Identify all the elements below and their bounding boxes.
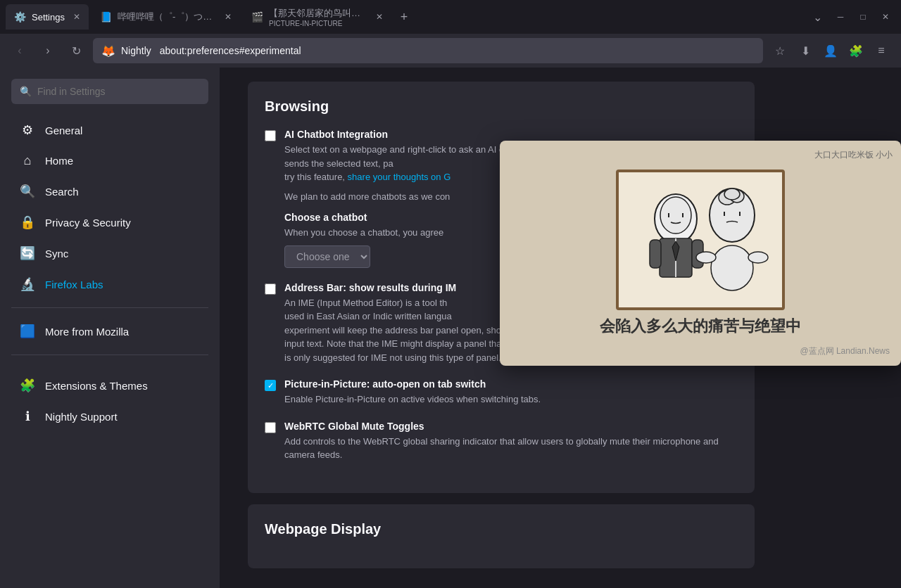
share-thoughts-link[interactable]: share your thoughts on G [348,172,451,182]
sidebar-item-extensions[interactable]: 🧩 Extensions & Themes [6,371,214,400]
pip-row: ✓ Picture-in-Picture: auto-open on tab s… [265,378,738,407]
cartoon-svg [623,177,778,303]
pip-watermark: 大口大口吃米饭 小小 [814,149,893,161]
account-button[interactable]: 👤 [819,39,842,62]
browser-name-label: Nightly [121,45,151,56]
pip-desc: Enable Picture-in-Picture on active vide… [284,392,541,407]
sidebar-item-privacy[interactable]: 🔒 Privacy & Security [6,207,214,237]
forward-button[interactable]: › [37,39,59,62]
search-nav-icon: 🔍 [20,184,35,199]
back-button[interactable]: ‹ [8,39,31,62]
sidebar-bottom: 🧩 Extensions & Themes ℹ Nightly Support [0,364,220,431]
sidebar-item-home-label: Home [45,155,73,167]
tab-bar: ⚙️ Settings ✕ 📘 哔哩哔哩（゜-゜）つロ干杯~-b ✕ 🎬 【那天… [0,0,901,34]
pocket-button[interactable]: ⬇ [794,39,817,62]
sidebar-item-general-label: General [45,124,82,136]
pip-tab-sublabel: PICTURE-IN-PICTURE [269,20,367,27]
pip-tab-label: 【那天邻居家的鸟叫声好吵...】 [269,7,367,20]
menu-button[interactable]: ≡ [870,39,893,62]
sidebar-item-general[interactable]: ⚙ General [6,115,214,145]
sidebar-divider-1 [11,307,208,308]
sidebar-divider-2 [11,354,208,355]
maximize-button[interactable]: □ [853,7,873,27]
labs-icon: 🔬 [20,276,35,292]
nav-actions: ☆ ⬇ 👤 🧩 ≡ [769,39,893,62]
sidebar-nav-bottom: 🧩 Extensions & Themes ℹ Nightly Support [0,371,220,431]
sidebar-item-home[interactable]: ⌂ Home [6,146,214,175]
sidebar-item-support[interactable]: ℹ Nightly Support [6,402,214,431]
pip-overlay: 大口大口吃米饭 小小 [500,141,901,366]
pip-cartoon [616,170,785,310]
sidebar: 🔍 ⚙ General ⌂ Home 🔍 Search 🔒 Privacy & … [0,68,220,588]
minimize-button[interactable]: ─ [831,7,850,27]
sidebar-item-search-label: Search [45,186,79,198]
bilibili-tab-label: 哔哩哔哩（゜-゜）つロ干杯~-b [118,11,216,23]
webrtc-content: WebRTC Global Mute Toggles Add controls … [284,421,738,462]
svg-rect-7 [650,240,661,268]
chatbot-select[interactable]: Choose one [284,245,370,268]
reload-button[interactable]: ↻ [65,39,87,62]
find-input-wrap: 🔍 [11,79,208,104]
bilibili-tab-icon: 📘 [100,11,112,23]
pip-setting: ✓ Picture-in-Picture: auto-open on tab s… [265,378,738,407]
support-icon: ℹ [20,409,35,424]
extensions-button[interactable]: 🧩 [845,39,867,62]
tab-settings[interactable]: ⚙️ Settings ✕ [6,4,89,30]
webpage-display-section: Webpage Display [248,504,755,568]
close-button[interactable]: ✕ [876,7,895,27]
settings-tab-label: Settings [32,12,65,23]
webrtc-label: WebRTC Global Mute Toggles [284,421,738,432]
pip-corner-text: @蓝点网 Landian.News [800,345,890,357]
webpage-display-title: Webpage Display [265,521,738,537]
svg-point-17 [748,252,768,263]
sidebar-item-firefox-labs[interactable]: 🔬 Firefox Labs [6,269,214,299]
tab-overflow-button[interactable]: ⌄ [813,11,822,24]
webrtc-desc: Add controls to the WebRTC global sharin… [284,435,738,462]
pip-label: Picture-in-Picture: auto-open on tab swi… [284,378,541,390]
webrtc-row: WebRTC Global Mute Toggles Add controls … [265,421,738,462]
address-bar-container: 🦊 Nightly [93,38,763,63]
pip-content: Picture-in-Picture: auto-open on tab swi… [284,378,541,407]
sync-icon: 🔄 [20,245,35,261]
nav-bar: ‹ › ↻ 🦊 Nightly ☆ ⬇ 👤 🧩 ≡ [0,34,901,68]
bookmark-button[interactable]: ☆ [769,39,791,62]
lock-icon: 🔒 [20,215,35,230]
find-in-settings: 🔍 [11,79,208,104]
pip-checkbox[interactable]: ✓ [265,380,276,391]
svg-point-15 [711,245,753,290]
bilibili-tab-close[interactable]: ✕ [225,12,232,22]
settings-tab-icon: ⚙️ [14,11,26,23]
browsing-section-title: Browsing [265,98,738,115]
pip-tab-icon: 🎬 [251,11,263,23]
ai-chatbot-label: AI Chatbot Integration [284,129,738,140]
pip-subtitle: 会陷入多么大的痛苦与绝望中 [600,316,801,337]
find-input[interactable] [37,86,200,97]
sidebar-item-sync[interactable]: 🔄 Sync [6,238,214,268]
ai-chatbot-checkbox[interactable] [265,130,276,141]
mozilla-icon: 🟦 [20,324,35,339]
address-bar-ime-checkbox[interactable] [265,283,276,295]
tab-bilibili[interactable]: 📘 哔哩哔哩（゜-゜）つロ干杯~-b ✕ [92,4,240,30]
sidebar-item-more-mozilla[interactable]: 🟦 More from Mozilla [6,317,214,346]
pip-tab-close[interactable]: ✕ [376,12,383,22]
sidebar-item-labs-label: Firefox Labs [45,279,103,290]
webrtc-setting: WebRTC Global Mute Toggles Add controls … [265,421,738,462]
window-controls: ─ □ ✕ [831,7,895,27]
sidebar-item-extensions-label: Extensions & Themes [45,380,148,392]
sidebar-nav-more: 🟦 More from Mozilla [0,317,220,346]
address-bar[interactable] [160,45,755,56]
svg-point-1 [660,197,691,234]
sidebar-item-privacy-label: Privacy & Security [45,217,131,229]
tab-pip[interactable]: 🎬 【那天邻居家的鸟叫声好吵...】 PICTURE-IN-PICTURE ✕ [243,4,391,30]
new-tab-button[interactable]: + [394,7,414,27]
webrtc-checkbox[interactable] [265,422,276,433]
nightly-icon: 🦊 [101,44,115,58]
settings-tab-close[interactable]: ✕ [73,12,80,22]
pip-image-area: 大口大口吃米饭 小小 [500,141,901,366]
svg-point-16 [696,252,716,263]
sidebar-item-mozilla-label: More from Mozilla [45,326,129,338]
sidebar-item-search[interactable]: 🔍 Search [6,177,214,206]
home-icon: ⌂ [20,153,35,168]
sidebar-item-sync-label: Sync [45,248,68,260]
general-icon: ⚙ [20,122,35,138]
